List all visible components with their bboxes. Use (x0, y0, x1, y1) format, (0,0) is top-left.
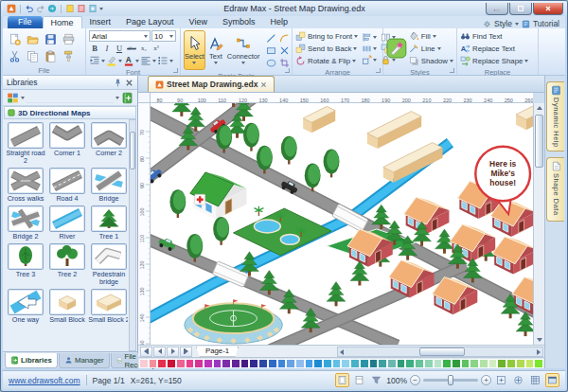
basic-dialog-launcher[interactable] (285, 68, 290, 73)
library-item-cross-walks[interactable]: Cross walks (5, 168, 46, 203)
panel-close-icon[interactable] (125, 79, 133, 87)
zoom-in-button[interactable]: + (481, 375, 491, 385)
format-painter-icon[interactable] (62, 50, 75, 62)
palette-swatch[interactable] (305, 359, 314, 368)
font-family-select[interactable]: Arial (89, 30, 151, 42)
first-page-button[interactable] (140, 347, 152, 357)
next-page-button[interactable] (167, 347, 179, 357)
palette-swatch[interactable] (387, 359, 397, 368)
horizontal-scrollbar[interactable] (337, 347, 543, 357)
bring-to-front-button[interactable]: Bring to Front (295, 30, 358, 42)
save-icon[interactable] (44, 33, 57, 45)
maximize-button[interactable] (509, 3, 532, 15)
palette-swatch[interactable] (378, 359, 387, 368)
filter-button[interactable] (369, 373, 383, 387)
undo-icon[interactable] (25, 4, 34, 13)
library-item-road-4[interactable]: Road 4 (46, 168, 88, 203)
palette-swatch[interactable] (204, 359, 213, 368)
grid-button[interactable] (528, 373, 542, 387)
palette-swatch[interactable] (360, 359, 369, 368)
horizontal-scrollbar-thumb[interactable] (419, 347, 465, 356)
zoom-slider[interactable] (423, 379, 478, 382)
style-dropdown-icon[interactable] (515, 23, 519, 26)
library-item-corner-2[interactable]: Corner 2 (88, 122, 128, 165)
library-item-tree-2[interactable]: Tree 2 (46, 243, 88, 286)
panel-tab-dynamic-help[interactable]: Dynamic Help (546, 81, 564, 151)
redo-icon[interactable] (36, 4, 45, 13)
palette-swatch[interactable] (452, 359, 461, 368)
navigate-icon[interactable] (47, 4, 57, 13)
document-close-icon[interactable] (260, 81, 267, 88)
quick-doc2-icon[interactable] (77, 4, 86, 13)
palette-swatch[interactable] (516, 359, 525, 368)
scroll-right-icon[interactable] (537, 349, 541, 355)
print-icon[interactable] (62, 33, 75, 45)
palette-swatch[interactable] (415, 359, 424, 368)
tab-page-layout[interactable]: Page Layout (118, 16, 182, 28)
underline-button[interactable]: U (114, 43, 125, 54)
copy-icon[interactable] (27, 50, 39, 62)
library-item-straight-road-2[interactable]: Straight road 2 (5, 122, 46, 165)
previous-page-button[interactable] (153, 347, 166, 357)
library-item-pedestrain-bridge[interactable]: Pedestrain bridge (88, 243, 128, 286)
palette-swatch[interactable] (149, 359, 158, 368)
superscript-button[interactable]: x² (151, 43, 162, 54)
normal-view-button[interactable] (335, 373, 349, 387)
palette-swatch[interactable] (157, 359, 167, 368)
theme-icon[interactable] (386, 35, 407, 62)
italic-button[interactable]: I (101, 43, 113, 54)
tab-symbols[interactable]: Symbols (215, 16, 263, 28)
erase-tool-icon[interactable] (279, 45, 290, 56)
panel-tab-shape-data[interactable]: Shape Data (546, 157, 564, 222)
tutorial-icon[interactable] (522, 20, 530, 28)
scroll-up-icon[interactable] (537, 106, 542, 110)
quick-doc3-icon[interactable] (88, 4, 98, 13)
zoom-slider-thumb[interactable] (448, 375, 453, 385)
palette-swatch[interactable] (525, 359, 535, 368)
document-tab[interactable]: Street Map Drawing.edx (148, 76, 275, 92)
text-tool-button[interactable]: Text (207, 30, 224, 70)
rotate-flip-button[interactable]: Rotate & Flip (295, 55, 358, 66)
palette-swatch[interactable] (139, 359, 149, 368)
palette-swatch[interactable] (323, 359, 332, 368)
library-item-small-block[interactable]: Small Block (46, 289, 88, 324)
palette-swatch[interactable] (350, 359, 360, 368)
palette-swatch[interactable] (222, 359, 231, 368)
libraries-scrollbar-thumb[interactable] (130, 132, 135, 169)
font-dialog-launcher[interactable] (173, 68, 178, 73)
gear-icon[interactable] (483, 20, 491, 28)
tab-insert[interactable]: Insert (82, 16, 119, 28)
palette-swatch[interactable] (268, 359, 277, 368)
library-item-bridge[interactable]: Bridge (88, 168, 128, 203)
fit-page-button[interactable] (494, 373, 508, 387)
tab-file[interactable]: File (8, 16, 43, 28)
vertical-scrollbar-thumb[interactable] (535, 115, 543, 168)
bold-button[interactable]: B (89, 43, 100, 54)
tab-help[interactable]: Help (262, 16, 295, 28)
styles-dialog-launcher[interactable] (450, 68, 454, 73)
drawing-canvas[interactable]: Here isMike'shouse! (151, 103, 533, 345)
subscript-button[interactable]: x₂ (138, 43, 150, 54)
palette-swatch[interactable] (313, 359, 323, 368)
page-break-view-button[interactable] (352, 373, 366, 387)
palette-swatch[interactable] (295, 359, 305, 368)
list-icon[interactable] (157, 55, 169, 66)
indent-icon[interactable] (89, 55, 100, 66)
palette-swatch[interactable] (405, 359, 415, 368)
library-picker-dropdown-icon[interactable] (21, 97, 25, 99)
rectangle-tool-icon[interactable] (266, 45, 276, 56)
strikethrough-button[interactable]: abc (126, 43, 137, 54)
line-button[interactable]: Line (409, 43, 453, 54)
palette-swatch[interactable] (397, 359, 406, 368)
library-search-area[interactable] (27, 92, 114, 103)
library-item-small-block-2[interactable]: Small Block 2 (88, 289, 128, 324)
palette-swatch[interactable] (277, 359, 287, 368)
tab-home[interactable]: Home (43, 16, 82, 28)
libraries-scrollbar[interactable] (129, 119, 136, 351)
palette-swatch[interactable] (332, 359, 342, 368)
palette-swatch[interactable] (470, 359, 479, 368)
tutorial-button[interactable]: Tutorial (533, 19, 559, 28)
pin-icon[interactable] (114, 79, 122, 87)
palette-swatch[interactable] (213, 359, 222, 368)
palette-swatch[interactable] (167, 359, 176, 368)
